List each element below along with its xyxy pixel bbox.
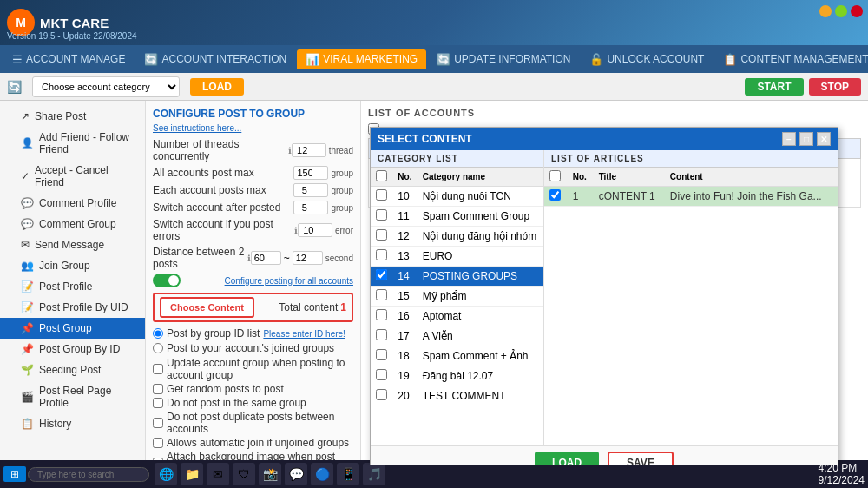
sidebar-item-history[interactable]: 📋 History (0, 413, 145, 434)
sidebar-item-seeding-post[interactable]: 🌱 Seeding Post (0, 359, 145, 380)
configure-toggle[interactable] (153, 274, 181, 287)
not-duplicate-checkbox[interactable] (153, 418, 163, 428)
sidebar-item-post-reel[interactable]: 🎬 Post Reel Page Profile (0, 380, 145, 413)
cat-checkbox[interactable] (376, 329, 387, 340)
get-random-row: Get random posts to post (153, 383, 353, 395)
category-row[interactable]: 12 Nội dung đăng hội nhóm (371, 227, 543, 247)
toolbar: 🔄 Choose account category LOAD START STO… (0, 73, 868, 101)
all-accounts-input[interactable] (293, 166, 328, 180)
sidebar-item-comment-profile[interactable]: 💬 Comment Profile (0, 193, 145, 214)
modal-save-button[interactable]: SAVE (608, 452, 674, 465)
category-row[interactable]: 18 Spam Comment + Ảnh (371, 346, 543, 366)
taskbar-icon-7[interactable]: 🔵 (311, 463, 333, 485)
taskbar-icons: 🌐 📁 ✉ 🛡 📸 💬 🔵 📱 🎵 (155, 463, 385, 485)
switch-after-input[interactable] (293, 201, 328, 214)
sidebar-item-post-profile-uid[interactable]: 📝 Post Profile By UID (0, 297, 145, 318)
cat-checkbox[interactable] (376, 289, 387, 300)
maximize-btn[interactable] (835, 5, 847, 17)
taskbar-icon-5[interactable]: 📸 (259, 463, 281, 485)
category-row[interactable]: 19 Đăng bài 12.07 (371, 366, 543, 386)
start-button[interactable]: START (745, 78, 803, 96)
category-row[interactable]: 17 A Viễn (371, 326, 543, 346)
cat-checkbox[interactable] (376, 209, 387, 221)
post-joined-groups-radio[interactable] (153, 343, 163, 353)
share-post-icon: ↗ (21, 110, 30, 122)
taskbar-icon-1[interactable]: 🌐 (155, 463, 177, 485)
taskbar-icon-4[interactable]: 🛡 (233, 463, 255, 485)
each-account-unit: group (331, 186, 353, 195)
threads-input[interactable] (292, 143, 326, 157)
cat-checkbox[interactable] (376, 269, 387, 280)
nav-content-management[interactable]: 📋 CONTENT MANAGEMENT (714, 49, 868, 69)
close-btn[interactable] (851, 5, 863, 17)
taskbar-search-input[interactable] (28, 467, 149, 482)
nav-update-information[interactable]: 🔄 UPDATE INFORMATION (428, 49, 579, 69)
sidebar-item-seeding-post-label: Seeding Post (39, 364, 101, 376)
modal-load-button[interactable]: LOAD (535, 452, 599, 465)
load-button[interactable]: LOAD (190, 78, 244, 96)
sidebar-item-post-profile[interactable]: 📝 Post Profile (0, 276, 145, 297)
cat-checkbox[interactable] (376, 369, 387, 380)
taskbar-icon-8[interactable]: 📱 (337, 463, 359, 485)
taskbar-icon-2[interactable]: 📁 (181, 463, 203, 485)
nav-unlock-account[interactable]: 🔓 UNLOCK ACCOUNT (581, 49, 713, 69)
stop-button[interactable]: STOP (809, 78, 861, 96)
choose-content-button[interactable]: Choose Content (160, 297, 254, 318)
post-by-group-id-radio[interactable] (153, 328, 163, 339)
taskbar-icon-9[interactable]: 🎵 (363, 463, 385, 485)
cat-checkbox[interactable] (376, 349, 387, 360)
taskbar-icon-6[interactable]: 💬 (285, 463, 307, 485)
nav-account-interaction[interactable]: 🔄 ACCOUNT INTERACTION (135, 49, 295, 69)
sidebar-item-post-group[interactable]: 📌 Post Group (0, 318, 145, 339)
category-row[interactable]: 20 TEST COMMENT (371, 386, 543, 406)
taskbar-icon-3[interactable]: ✉ (207, 463, 229, 485)
category-row[interactable]: 11 Spam Comment Group (371, 207, 543, 227)
sidebar-item-send-message[interactable]: ✉ Send Message (0, 234, 145, 255)
allow-auto-join-checkbox[interactable] (153, 438, 163, 448)
sidebar-item-post-group-id[interactable]: 📌 Post Group By ID (0, 339, 145, 359)
art-content: Dive into Fun! Join the Fish Ga... (665, 187, 838, 207)
category-row[interactable]: 16 Aptomat (371, 307, 543, 326)
please-enter-id-link[interactable]: Please enter ID here! (263, 329, 345, 339)
art-checkbox[interactable] (549, 189, 561, 201)
account-category-select[interactable]: Choose account category (32, 76, 180, 97)
each-account-input[interactable] (293, 183, 328, 197)
toolbar-icon: 🔄 (7, 80, 22, 94)
modal-restore-btn[interactable]: □ (799, 132, 813, 146)
art-col-content: Content (665, 168, 838, 187)
sidebar-item-accept-friend[interactable]: ✓ Accept - Cancel Friend (0, 160, 145, 193)
sidebar-item-share-post[interactable]: ↗ Share Post (0, 106, 145, 127)
get-random-checkbox[interactable] (153, 384, 163, 394)
switch-error-label: Switch account if you post errors (153, 218, 292, 242)
switch-after-label: Switch account after posted (153, 201, 293, 214)
sidebar-item-add-friend[interactable]: 👤 Add Friend - Follow Friend (0, 127, 145, 160)
cat-id: 12 (392, 227, 417, 247)
cat-checkbox[interactable] (376, 309, 387, 320)
cat-name: Aptomat (418, 307, 543, 326)
update-account-group-checkbox[interactable] (153, 364, 163, 374)
modal-close-btn[interactable]: ✕ (817, 132, 831, 146)
cat-checkbox[interactable] (376, 249, 387, 260)
sidebar-item-comment-group[interactable]: 💬 Comment Group (0, 214, 145, 234)
cat-checkbox[interactable] (376, 389, 387, 400)
not-same-group-checkbox[interactable] (153, 398, 163, 408)
distance-max-input[interactable] (293, 251, 323, 265)
cat-checkbox[interactable] (376, 229, 387, 241)
nav-viral-marketing[interactable]: 📊 VIRAL MARKETING (297, 49, 426, 69)
configure-link[interactable]: Configure posting for all accounts (225, 276, 353, 286)
distance-min-input[interactable] (251, 251, 281, 265)
category-row[interactable]: 14 POSTING GROUPS (371, 267, 543, 287)
category-row[interactable]: 13 EURO (371, 247, 543, 267)
article-row[interactable]: 1 cONTENT 1 Dive into Fun! Join the Fish… (544, 187, 838, 207)
modal-header: SELECT CONTENT − □ ✕ (371, 128, 838, 150)
taskbar-start-button[interactable]: ⊞ (3, 466, 26, 482)
see-instructions-link[interactable]: See instructions here... (153, 123, 353, 133)
switch-error-input[interactable] (298, 223, 332, 237)
minimize-btn[interactable] (819, 5, 832, 17)
nav-account-manage[interactable]: ☰ ACCOUNT MANAGE (3, 49, 134, 69)
modal-minimize-btn[interactable]: − (782, 132, 796, 146)
category-row[interactable]: 10 Nội dung nuôi TCN (371, 187, 543, 207)
sidebar-item-join-group[interactable]: 👥 Join Group (0, 255, 145, 276)
cat-checkbox[interactable] (376, 189, 387, 201)
category-row[interactable]: 15 Mỹ phẩm (371, 287, 543, 307)
